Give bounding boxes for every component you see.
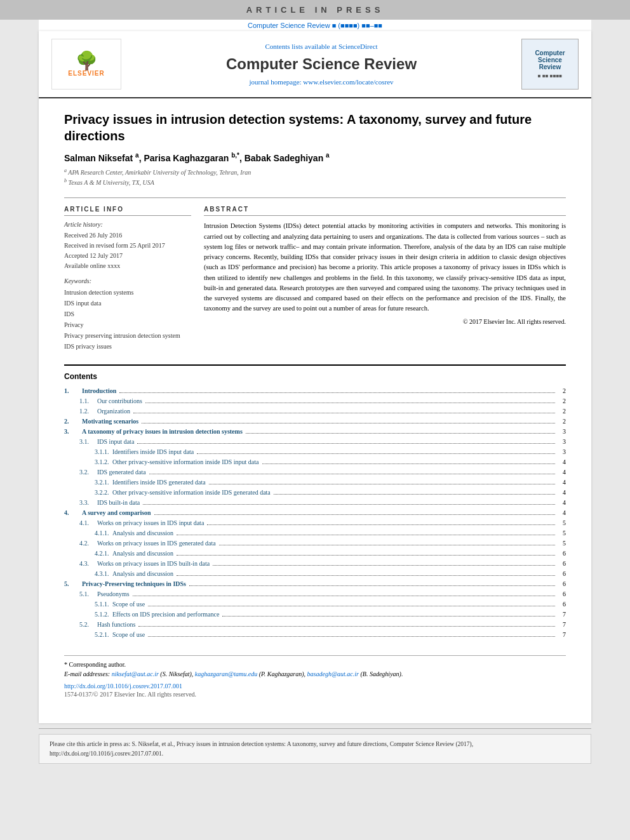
toc-num: 5.1. <box>72 589 97 599</box>
abstract-text: Intrusion Detection Systems (IDSs) detec… <box>204 221 566 314</box>
tree-icon: 🌳 <box>68 52 104 70</box>
toc-page: 3 <box>557 427 566 437</box>
paper-content: Privacy issues in intrusion detection sy… <box>39 98 591 710</box>
email-niksefat[interactable]: niksefat@aut.ac.ir <box>112 670 159 677</box>
toc-dots <box>142 423 555 423</box>
toc-num: 5.1.1. <box>79 599 112 610</box>
toc-page: 2 <box>557 417 566 427</box>
affiliations: a APA Research Center, Amirkabir Univers… <box>64 167 566 188</box>
toc-entry: 4.1.Works on privacy issues in IDS input… <box>64 518 566 528</box>
toc-num: 4.1.1. <box>79 528 112 538</box>
toc-page: 5 <box>557 518 566 528</box>
toc-entry: 3.1.1.Identifiers inside IDS input data3 <box>64 447 566 457</box>
email-basadegh[interactable]: basadegh@aut.ac.ir <box>307 670 359 677</box>
affiliation-b: b Texas A & M University, TX, USA <box>64 177 566 187</box>
elsevier-brand: ELSEVIER <box>68 70 104 77</box>
toc-dots <box>177 575 555 576</box>
toc-num: 5.2.1. <box>79 630 112 640</box>
article-info: ARTICLE INFO Article history: Received 2… <box>64 206 191 352</box>
journal-ref-text: Computer Science Review ■ (■■■■) ■■–■■ <box>248 22 382 29</box>
toc-entry-text: Privacy-Preserving techniques in IDSs <box>82 579 187 589</box>
toc-dots <box>137 443 555 444</box>
toc-num: 4.3.1. <box>79 569 112 579</box>
toc-num: 4.2.1. <box>79 549 112 559</box>
journal-logo-right: ComputerScienceReview ■ ■■ ■■■■ <box>521 39 579 90</box>
toc-num: 3.1.1. <box>79 447 112 457</box>
toc-dots <box>119 392 555 393</box>
doi-link[interactable]: http://dx.doi.org/10.1016/j.cosrev.2017.… <box>64 683 566 690</box>
toc-num: 4. <box>64 508 82 518</box>
toc-page: 6 <box>557 559 566 569</box>
toc-entry-text: Effects on IDS precision and performance <box>112 610 220 620</box>
toc-num: 3.1.2. <box>79 457 112 467</box>
toc-num: 3.2. <box>72 467 97 477</box>
toc-dots <box>177 555 555 556</box>
paper-container: 🌳 ELSEVIER Contents lists available at S… <box>39 31 591 723</box>
journal-title: Computer Science Review <box>134 55 509 73</box>
contents-section: Contents 1.Introduction21.1.Our contribu… <box>64 364 566 640</box>
history-received: Received 26 July 2016 <box>64 230 191 241</box>
toc-num: 5. <box>64 579 82 589</box>
citation-box: Please cite this article in press as: S.… <box>39 734 591 764</box>
toc-page: 4 <box>557 508 566 518</box>
abstract-title: ABSTRACT <box>204 206 566 216</box>
toc-num: 3.3. <box>72 498 97 508</box>
toc-page: 4 <box>557 498 566 508</box>
toc-dots <box>138 626 555 627</box>
toc-entry-text: Works on privacy issues in IDS built-in … <box>97 559 211 569</box>
toc-page: 2 <box>557 396 566 406</box>
toc-dots <box>145 403 555 403</box>
journal-header: 🌳 ELSEVIER Contents lists available at S… <box>39 31 591 98</box>
toc-entry-text: IDS generated data <box>97 467 147 477</box>
toc-page: 6 <box>557 549 566 559</box>
homepage-url[interactable]: www.elsevier.com/locate/cosrev <box>303 78 393 86</box>
article-history-label: Article history: <box>64 221 191 228</box>
toc-page: 2 <box>557 406 566 417</box>
toc-entry-text: A survey and comparison <box>82 508 152 518</box>
corresponding-label: * Corresponding author. <box>64 661 566 668</box>
email-kaghazgaran[interactable]: kaghazgaran@tamu.edu <box>195 670 257 677</box>
toc-entry: 4.2.Works on privacy issues in IDS gener… <box>64 538 566 549</box>
toc-num: 4.2. <box>72 538 97 549</box>
toc-page: 5 <box>557 528 566 538</box>
toc-entry: 4.3.Works on privacy issues in IDS built… <box>64 559 566 569</box>
toc-entry-text: Other privacy-sensitive information insi… <box>112 488 272 498</box>
toc-num: 3.1. <box>72 437 97 447</box>
toc-entry-text: Scope of use <box>112 599 146 610</box>
toc-entry-text: Scope of use <box>112 630 146 640</box>
toc-dots <box>219 545 555 545</box>
toc-entry-text: Identifiers inside IDS generated data <box>112 477 207 488</box>
toc-entry: 3.2.1.Identifiers inside IDS generated d… <box>64 477 566 488</box>
toc-entry: 3.1.IDS input data3 <box>64 437 566 447</box>
toc-entry-text: Our contributions <box>97 396 144 406</box>
toc-entry-text: Analysis and discussion <box>112 569 175 579</box>
abstract-section: ABSTRACT Intrusion Detection Systems (ID… <box>204 206 566 352</box>
citation-text: Please cite this article in press as: S.… <box>50 741 473 756</box>
authors-line: Salman Niksefat a, Parisa Kaghazgaran b,… <box>64 152 566 163</box>
toc-num: 2. <box>64 417 82 427</box>
paper-title: Privacy issues in intrusion detection sy… <box>64 111 566 144</box>
toc-dots <box>133 596 555 596</box>
toc-entry: 5.1.Pseudonyms6 <box>64 589 566 599</box>
toc-page: 4 <box>557 488 566 498</box>
toc-dots <box>189 585 555 586</box>
toc-entry: 1.1.Our contributions2 <box>64 396 566 406</box>
copyright-line: © 2017 Elsevier Inc. All rights reserved… <box>204 318 566 325</box>
science-direct-link[interactable]: ScienceDirect <box>338 43 378 50</box>
toc-entry-text: Identifiers inside IDS input data <box>112 447 195 457</box>
contents-title: Contents <box>64 372 566 381</box>
keyword-2: IDS input data <box>64 298 191 309</box>
journal-homepage: journal homepage: www.elsevier.com/locat… <box>134 78 509 86</box>
divider <box>39 728 591 729</box>
toc-entry: 3.2.IDS generated data4 <box>64 467 566 477</box>
toc-entry: 3.A taxonomy of privacy issues in intrus… <box>64 427 566 437</box>
toc-num: 3.2.2. <box>79 488 112 498</box>
toc-num: 4.3. <box>72 559 97 569</box>
toc-page: 6 <box>557 579 566 589</box>
toc-dots <box>197 453 555 454</box>
toc-entry: 4.2.1.Analysis and discussion6 <box>64 549 566 559</box>
toc-num: 1.1. <box>72 396 97 406</box>
toc-page: 2 <box>557 386 566 396</box>
toc-entry: 1.Introduction2 <box>64 386 566 396</box>
keyword-1: Intrusion detection systems <box>64 287 191 298</box>
